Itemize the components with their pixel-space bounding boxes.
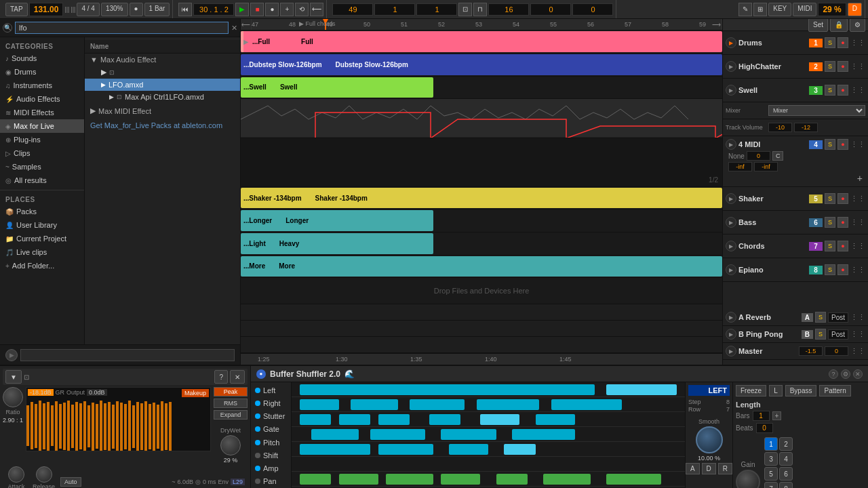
epiano-arm-btn[interactable]: ● xyxy=(837,264,848,275)
bass-arm-btn[interactable]: ● xyxy=(837,217,848,228)
master-options[interactable]: ⋮⋮ xyxy=(850,347,865,356)
grid-block-pitch-2[interactable] xyxy=(449,444,488,455)
comp-collapse-btn[interactable]: ▼ xyxy=(5,370,22,384)
grid-block-amp-5[interactable] xyxy=(543,474,591,485)
chords-options[interactable]: ⋮⋮ xyxy=(850,242,865,251)
file-group-midi-header[interactable]: ▶ Max MIDI Effect xyxy=(85,104,240,117)
auto-btn[interactable]: Auto xyxy=(60,477,81,487)
loop-subdivs[interactable]: 0 xyxy=(572,3,613,16)
highchatter-play-btn[interactable]: ▶ xyxy=(726,61,736,72)
buffer-settings-btn[interactable]: ⚙ xyxy=(841,369,850,379)
return-a-solo[interactable]: S xyxy=(815,312,826,323)
d-btn[interactable]: D xyxy=(848,3,862,16)
return-b-play-btn[interactable]: ▶ xyxy=(726,329,736,340)
loop-length-display[interactable]: 16 xyxy=(488,3,529,16)
tempo-display[interactable]: 131.00 xyxy=(29,3,64,16)
set-loop-start[interactable]: ⊡ xyxy=(458,3,472,16)
swell-track-num[interactable]: 3 xyxy=(809,86,823,95)
sidebar-item-all[interactable]: ◎ All results xyxy=(0,174,84,187)
timeline-ruler[interactable]: ⟵ 47 48 49 50 51 52 53 54 55 56 57 58 59 xyxy=(241,19,722,30)
l-btn[interactable]: L xyxy=(769,385,783,396)
loop-btn[interactable]: ⟲ xyxy=(295,3,309,16)
grid-block-stutter-5[interactable] xyxy=(536,414,575,425)
ratio-knob[interactable] xyxy=(3,387,23,407)
swell-arm-btn[interactable]: ● xyxy=(837,85,848,96)
midi-add-btn[interactable]: + xyxy=(857,173,863,184)
sidebar-item-plugins[interactable]: ⊕ Plug-ins xyxy=(0,133,84,146)
bass-options[interactable]: ⋮⋮ xyxy=(850,218,865,227)
midi-inf2[interactable]: -inf xyxy=(754,162,778,171)
grid-block-right-1[interactable] xyxy=(351,399,398,410)
sidebar-item-drums[interactable]: ◉ Drums xyxy=(0,65,84,79)
peak-btn[interactable]: Peak xyxy=(214,387,248,396)
grid-block-stutter-3[interactable] xyxy=(429,414,460,425)
preview-input[interactable] xyxy=(20,349,235,361)
highchatter-options[interactable]: ⋮⋮ xyxy=(850,62,865,71)
buffer-power-btn[interactable]: ● xyxy=(256,369,266,379)
bars-plus-btn[interactable]: + xyxy=(772,411,782,420)
return-b-solo[interactable]: S xyxy=(815,329,826,340)
sidebar-item-clips[interactable]: ▷ Clips xyxy=(0,146,84,160)
grid-block-amp-6[interactable] xyxy=(606,474,661,485)
pattern-btn-1[interactable]: 1 xyxy=(764,437,778,451)
shaker-solo-btn[interactable]: S xyxy=(825,193,835,204)
grid-block-gate-0[interactable] xyxy=(311,429,359,440)
a-btn[interactable]: A xyxy=(686,463,700,474)
loop-beats[interactable]: 0 xyxy=(530,3,571,16)
grid-block-pitch-0[interactable] xyxy=(300,444,370,455)
rms-btn[interactable]: RMS xyxy=(214,399,248,408)
place-add-folder[interactable]: + Add Folder... xyxy=(0,259,84,272)
gain-knob[interactable] xyxy=(736,470,760,489)
highchatter-solo-btn[interactable]: S xyxy=(825,61,835,72)
mixer-settings-btn[interactable]: ⚙ xyxy=(850,19,865,32)
ruler-nav-right[interactable]: ⟶ xyxy=(711,19,722,30)
grid-block-right-2[interactable] xyxy=(410,399,465,410)
shaker-options[interactable]: ⋮⋮ xyxy=(850,195,865,203)
midi-c-btn[interactable]: C xyxy=(772,151,784,161)
buffer-help-btn[interactable]: ? xyxy=(829,369,838,379)
epiano-solo-btn[interactable]: S xyxy=(825,264,835,275)
swell-solo-btn[interactable]: S xyxy=(825,85,835,96)
midi-options[interactable]: ⋮⋮ xyxy=(850,140,865,149)
shaker-track-num[interactable]: 5 xyxy=(809,195,823,203)
highchatter-track-num[interactable]: 2 xyxy=(809,62,823,71)
chords-arm-btn[interactable]: ● xyxy=(837,241,848,251)
drums-solo-btn[interactable]: S xyxy=(825,37,835,48)
key-label[interactable]: KEY xyxy=(768,3,791,16)
play-btn[interactable]: ▶ xyxy=(235,3,249,16)
grid-block-stutter-2[interactable] xyxy=(378,414,410,425)
sidebar-item-instruments[interactable]: ♫ Instruments xyxy=(0,79,84,92)
buffer-close-btn[interactable]: ✕ xyxy=(853,369,863,379)
metronome-btn[interactable]: ● xyxy=(130,3,143,16)
r-btn[interactable]: R xyxy=(718,463,732,474)
grid-block-amp-2[interactable] xyxy=(386,474,433,485)
grid-block-right-4[interactable] xyxy=(551,399,622,410)
set-btn[interactable]: Set xyxy=(808,19,828,32)
vol-minus12[interactable]: -12 xyxy=(794,123,818,132)
return-a-options[interactable]: ⋮⋮ xyxy=(850,313,865,322)
drums-options[interactable]: ⋮⋮ xyxy=(850,39,865,47)
file-item[interactable]: ▶ ⊡ xyxy=(85,66,240,79)
master-play-btn[interactable]: ▶ xyxy=(726,346,736,357)
attack-knob[interactable] xyxy=(8,466,24,483)
makeup-btn[interactable]: Makeup xyxy=(182,389,209,397)
chords-track-num[interactable]: 7 xyxy=(809,242,823,251)
pattern-btn-7[interactable]: 7 xyxy=(764,482,778,488)
clip-dubstep[interactable]: ...Dubstep Slow-126bpm Dubstep Slow-126b… xyxy=(241,54,722,75)
midi-play-btn[interactable]: ▶ xyxy=(726,139,736,150)
comp-help-btn[interactable]: ? xyxy=(214,370,228,384)
grid-block-amp-4[interactable] xyxy=(496,474,528,485)
sidebar-item-samples[interactable]: ~ Samples xyxy=(0,160,84,174)
epiano-play-btn[interactable]: ▶ xyxy=(726,264,736,275)
grid-block-stutter-0[interactable] xyxy=(300,414,331,425)
grid-block-stutter-4[interactable] xyxy=(480,414,519,425)
ableton-link[interactable]: Get Max_for_Live Packs at ableton.com xyxy=(85,119,240,132)
master-vol[interactable]: -1.5 xyxy=(799,346,823,356)
bars-value[interactable]: 1 xyxy=(753,411,770,421)
place-current-project[interactable]: 📁 Current Project xyxy=(0,232,84,245)
vol-minus10[interactable]: -10 xyxy=(768,123,792,132)
highchatter-arm-btn[interactable]: ● xyxy=(837,61,848,72)
smooth-knob[interactable] xyxy=(696,426,723,453)
ruler-nav-left[interactable]: ⟵ xyxy=(241,19,252,30)
clip-longer[interactable]: ...Longer Longer xyxy=(241,210,433,231)
